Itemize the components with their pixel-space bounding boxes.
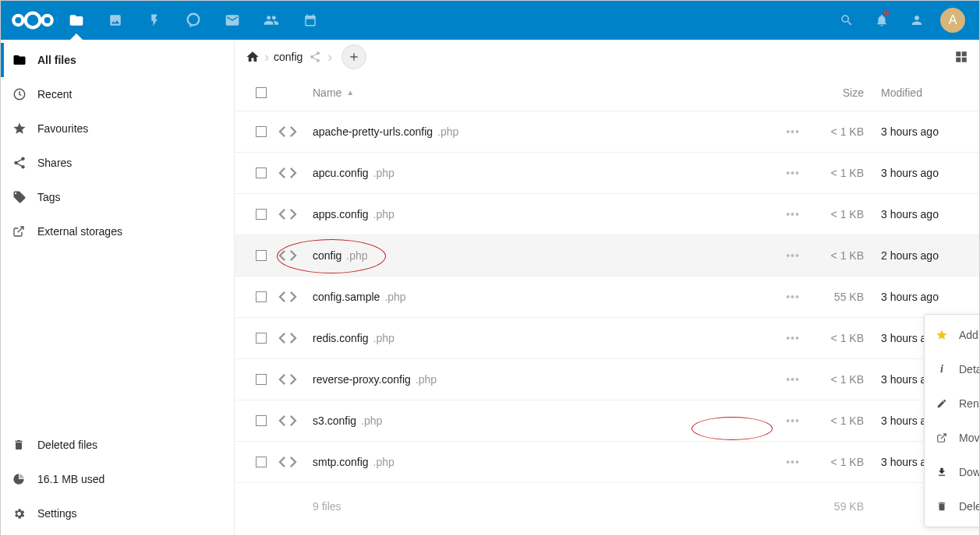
context-menu: Add to favourites iDetails Rename Move o… [924, 314, 980, 527]
code-file-icon [277, 410, 313, 432]
nav-activity-icon[interactable] [135, 1, 174, 40]
home-icon[interactable] [246, 50, 260, 64]
sidebar-item-tags[interactable]: Tags [1, 180, 234, 214]
notifications-icon[interactable] [864, 1, 899, 40]
nextcloud-logo[interactable] [9, 9, 57, 31]
sidebar-footer: Deleted files 16.1 MB used Settings [1, 428, 234, 535]
file-name[interactable]: config.sample.php [313, 291, 773, 303]
code-file-icon [277, 451, 313, 473]
sidebar-item-external[interactable]: External storages [1, 214, 234, 249]
menu-item-rename[interactable]: Rename [925, 386, 980, 421]
sidebar-item-shares[interactable]: Shares [1, 146, 234, 180]
header-right: A [829, 1, 971, 40]
svg-point-2 [43, 16, 52, 25]
file-size: < 1 KB [812, 414, 867, 427]
file-name[interactable]: config.php [313, 249, 773, 262]
row-checkbox[interactable] [246, 250, 277, 261]
menu-item-favourite[interactable]: Add to favourites [925, 318, 980, 352]
file-size: < 1 KB [812, 373, 867, 386]
file-name[interactable]: s3.config.php [313, 414, 773, 427]
svg-point-1 [13, 16, 23, 25]
nav-files-icon[interactable] [57, 1, 96, 40]
file-name[interactable]: apps.config.php [313, 208, 773, 220]
file-row[interactable]: reverse-proxy.config.php•••< 1 KB3 hours… [235, 359, 979, 400]
file-name[interactable]: apcu.config.php [313, 167, 773, 179]
file-name[interactable]: reverse-proxy.config.php [313, 373, 773, 386]
svg-rect-8 [962, 58, 967, 62]
sidebar-item-settings[interactable]: Settings [1, 496, 234, 531]
nav-talk-icon[interactable] [174, 1, 213, 40]
sidebar-item-recent[interactable]: Recent [1, 77, 234, 111]
row-checkbox[interactable] [246, 415, 277, 426]
file-row[interactable]: redis.config.php•••< 1 KB3 hours ago [235, 318, 979, 359]
nav-gallery-icon[interactable] [96, 1, 135, 40]
sidebar-label: Tags [37, 191, 61, 203]
breadcrumb-separator: › [327, 49, 332, 65]
view-toggle-icon[interactable] [954, 50, 968, 64]
file-name[interactable]: redis.config.php [313, 332, 773, 344]
more-actions-button[interactable]: ••• [773, 125, 812, 138]
file-name[interactable]: smtp.config.php [313, 456, 773, 468]
col-header-modified[interactable]: Modified [867, 86, 968, 99]
avatar[interactable]: A [940, 8, 965, 33]
file-row[interactable]: apps.config.php•••< 1 KB3 hours ago [235, 194, 979, 235]
notification-dot [883, 10, 890, 16]
more-actions-button[interactable]: ••• [773, 373, 812, 386]
code-file-icon [277, 245, 313, 266]
breadcrumb-current[interactable]: config [274, 51, 302, 63]
code-file-icon [277, 286, 313, 308]
new-button[interactable] [341, 44, 366, 69]
pie-icon [12, 473, 27, 485]
sidebar-label: 16.1 MB used [37, 473, 104, 485]
svg-rect-6 [962, 51, 967, 56]
more-actions-button[interactable]: ••• [773, 414, 812, 427]
more-actions-button[interactable]: ••• [773, 167, 812, 179]
row-checkbox[interactable] [246, 374, 277, 385]
more-actions-button[interactable]: ••• [773, 249, 812, 262]
more-actions-button[interactable]: ••• [773, 291, 812, 303]
file-size: < 1 KB [812, 332, 867, 344]
sidebar-item-deleted[interactable]: Deleted files [1, 428, 234, 462]
file-size: < 1 KB [812, 208, 867, 220]
summary-count: 9 files [313, 500, 773, 513]
sidebar-item-all-files[interactable]: All files [1, 43, 234, 77]
more-actions-button[interactable]: ••• [773, 332, 812, 344]
sidebar-item-favourites[interactable]: Favourites [1, 111, 234, 146]
more-actions-button[interactable]: ••• [773, 208, 812, 220]
nav-contacts-icon[interactable] [252, 1, 291, 40]
col-header-size[interactable]: Size [812, 86, 867, 99]
file-row[interactable]: apcu.config.php•••< 1 KB3 hours ago [235, 153, 979, 194]
file-row[interactable]: s3.config.php•••< 1 KB3 hours ago [235, 400, 979, 442]
share-crumb-icon[interactable] [309, 51, 321, 63]
col-header-name[interactable]: Name▲ [313, 86, 773, 99]
star-icon [936, 329, 948, 341]
nav-mail-icon[interactable] [213, 1, 252, 40]
row-checkbox[interactable] [246, 126, 277, 137]
breadcrumb: › config › [235, 40, 979, 74]
file-row[interactable]: smtp.config.php•••< 1 KB3 hours ago [235, 442, 979, 483]
file-row[interactable]: apache-pretty-urls.config.php•••< 1 KB3 … [235, 111, 979, 153]
row-checkbox[interactable] [246, 333, 277, 344]
menu-item-download[interactable]: Download [925, 455, 980, 489]
select-all-checkbox[interactable] [246, 87, 277, 98]
row-checkbox[interactable] [246, 209, 277, 220]
search-icon[interactable] [829, 1, 864, 40]
summary-row: 9 files 59 KB [235, 483, 979, 530]
file-row[interactable]: config.php•••< 1 KB2 hours ago [235, 235, 979, 277]
contacts-menu-icon[interactable] [899, 1, 934, 40]
file-name[interactable]: apache-pretty-urls.config.php [313, 125, 773, 138]
row-checkbox[interactable] [246, 291, 277, 302]
row-checkbox[interactable] [246, 457, 277, 467]
menu-item-details[interactable]: iDetails [925, 352, 980, 386]
external-icon [936, 432, 948, 443]
more-actions-button[interactable]: ••• [773, 456, 812, 468]
file-row[interactable]: config.sample.php•••55 KB3 hours ago [235, 277, 979, 318]
nav-calendar-icon[interactable] [291, 1, 330, 40]
sidebar-label: All files [37, 54, 76, 66]
trash-icon [936, 501, 948, 512]
menu-item-delete[interactable]: Delete file [925, 489, 980, 524]
row-checkbox[interactable] [246, 168, 277, 178]
sidebar-item-quota: 16.1 MB used [1, 462, 234, 496]
menu-item-move-copy[interactable]: Move or copy [925, 421, 980, 455]
gear-icon [12, 507, 27, 520]
